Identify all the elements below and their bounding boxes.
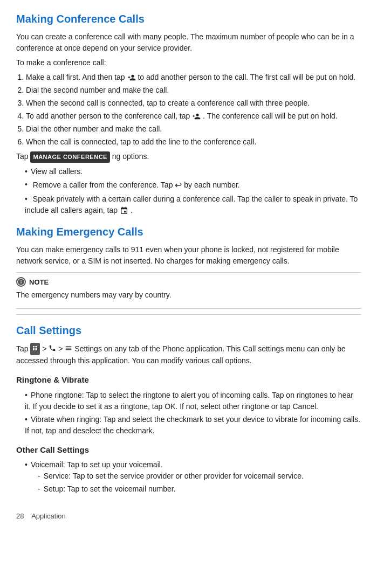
conference-intro2: To make a conference call: [16, 57, 361, 68]
note-box: NOTE The emergency numbers may vary by c… [16, 272, 361, 309]
page-number: 28 [16, 512, 24, 520]
ringtone-item: Phone ringtone: Tap to select the ringto… [22, 390, 361, 412]
end-call-icon: ↩ [175, 181, 182, 190]
tap-label: Tap [16, 152, 29, 161]
conference-step-1: Make a call first. And then tap to add a… [26, 72, 361, 83]
other-call-settings-title: Other Call Settings [16, 444, 361, 456]
add-person-icon-2 [192, 112, 201, 121]
conference-step-4: To add another person to the conference … [26, 110, 361, 122]
conference-intro: You can create a conference call with ma… [16, 31, 361, 54]
voicemail-item: Voicemail: Tap to set up your voicemail.… [22, 459, 361, 495]
conference-step-3: When the second call is connected, tap t… [26, 98, 361, 109]
conference-manage-line: Tap MANAGE CONFERENCE ng options. [16, 151, 361, 163]
making-emergency-calls-section: Making Emergency Calls You can make emer… [16, 224, 361, 315]
making-emergency-calls-title: Making Emergency Calls [16, 224, 361, 240]
manage-conference-button[interactable]: MANAGE CONFERENCE [30, 151, 109, 163]
emergency-calls-body: You can make emergency calls to 911 even… [16, 244, 361, 267]
conference-step-5: Dial the other number and make the call. [26, 123, 361, 135]
vibrate-item: Vibrate when ringing: Tap and select the… [22, 414, 361, 437]
settings-lines-icon [65, 344, 72, 355]
note-body: The emergency numbers may vary by countr… [16, 289, 361, 301]
ringtone-vibrate-title: Ringtone & Vibrate [16, 374, 361, 386]
other-call-settings-list: Voicemail: Tap to set up your voicemail.… [22, 459, 361, 495]
phone-tab-icon [49, 344, 56, 355]
conference-steps-list: Make a call first. And then tap to add a… [26, 72, 361, 148]
conference-option-2: Remove a caller from the conference. Tap… [22, 179, 361, 192]
voicemail-subitems: Service: Tap to set the service provider… [38, 471, 361, 495]
note-label: NOTE [29, 277, 49, 288]
add-person-icon [127, 73, 136, 82]
making-conference-calls-title: Making Conference Calls [16, 11, 361, 27]
making-conference-calls-section: Making Conference Calls You can create a… [16, 11, 361, 216]
voicemail-setup-item: Setup: Tap to set the voicemail number. [38, 483, 361, 495]
footer: 28 Application [16, 511, 361, 522]
note-icon [16, 277, 26, 287]
conference-step-6: When the call is connected, tap to add t… [26, 136, 361, 148]
conference-step-2: Dial the second number and make the call… [26, 85, 361, 96]
footer-label: Application [31, 512, 66, 520]
conference-options-list: View all callers. Remove a caller from t… [22, 166, 361, 216]
conference-option-1: View all callers. [22, 166, 361, 177]
conference-option-3: Speak privately with a certain caller du… [22, 193, 361, 216]
grid-apps-icon [30, 343, 40, 355]
separator [16, 314, 361, 315]
ringtone-vibrate-list: Phone ringtone: Tap to select the ringto… [22, 390, 361, 437]
manage-suffix: ng options. [112, 152, 149, 161]
merge-calls-icon [120, 206, 128, 215]
call-settings-section: Call Settings Tap > > Settings on any ta… [16, 322, 361, 495]
call-settings-intro: Tap > > Settings on any tab of the Phone… [16, 343, 361, 366]
note-header: NOTE [16, 277, 361, 288]
voicemail-service-item: Service: Tap to set the service provider… [38, 471, 361, 482]
call-settings-title: Call Settings [16, 322, 361, 338]
